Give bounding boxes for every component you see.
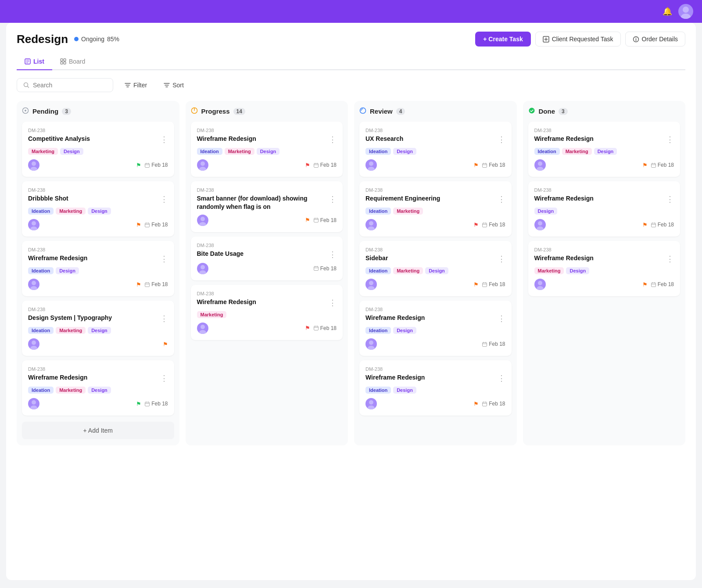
task-card[interactable]: DM-238 Bite Date Usage ⋮ Feb 18	[191, 237, 343, 280]
flag-icon: ⚑	[163, 341, 168, 348]
tab-board[interactable]: Board	[52, 54, 93, 70]
task-card[interactable]: DM-238 Competitive Analysis ⋮ MarketingD…	[22, 122, 174, 177]
tag-marketing: Marketing	[56, 327, 86, 334]
card-id: DM-238	[28, 128, 168, 133]
tag-design: Design	[393, 387, 416, 394]
card-menu-button[interactable]: ⋮	[495, 314, 505, 323]
card-title: Wireframe Redesign	[365, 373, 495, 382]
svg-point-0	[683, 7, 689, 13]
svg-point-50	[368, 346, 375, 350]
client-requested-label: Client Requested Task	[552, 36, 613, 43]
task-card[interactable]: DM-238 Dribbble Shot ⋮ IdeationMarketing…	[22, 181, 174, 237]
svg-point-18	[32, 281, 36, 285]
card-title: Bite Date Usage	[197, 250, 326, 258]
card-menu-button[interactable]: ⋮	[158, 314, 168, 323]
svg-point-62	[538, 281, 542, 285]
card-id: DM-238	[197, 243, 337, 248]
card-menu-button[interactable]: ⋮	[326, 194, 337, 204]
card-title: Sidebar	[365, 254, 495, 262]
bell-icon[interactable]: 🔔	[663, 7, 672, 16]
order-details-button[interactable]: Order Details	[625, 32, 685, 47]
card-footer: ⚑ Feb 18	[197, 159, 337, 171]
task-card[interactable]: DM-238 Design System | Typography ⋮ Idea…	[22, 301, 174, 356]
tag-design: Design	[594, 148, 617, 155]
card-menu-button[interactable]: ⋮	[158, 254, 168, 264]
card-menu-button[interactable]: ⋮	[326, 298, 337, 308]
task-card[interactable]: DM-238 Wireframe Redesign ⋮ Marketing ⚑ …	[191, 285, 343, 340]
column-header-review: Review4	[359, 107, 512, 115]
card-menu-button[interactable]: ⋮	[495, 194, 505, 204]
card-id: DM-238	[197, 128, 337, 133]
task-card[interactable]: DM-238 Wireframe Redesign ⋮ Design ⚑ Feb…	[528, 181, 681, 237]
svg-point-33	[201, 265, 205, 269]
svg-point-49	[369, 341, 373, 345]
svg-point-28	[199, 167, 206, 171]
card-id: DM-238	[28, 187, 168, 193]
card-id: DM-238	[28, 366, 168, 372]
card-tags: IdeationMarketingDesign	[534, 148, 674, 155]
add-item-button[interactable]: + Add Item	[22, 422, 174, 439]
card-menu-button[interactable]: ⋮	[495, 135, 505, 144]
avatar	[365, 279, 377, 290]
search-input[interactable]	[33, 82, 103, 89]
card-footer: ⚑	[28, 338, 168, 350]
filter-button[interactable]: Filter	[119, 79, 152, 92]
user-avatar[interactable]	[678, 4, 693, 19]
svg-point-36	[201, 325, 205, 329]
card-meta: ⚑ Feb 18	[642, 281, 674, 288]
tag-design: Design	[56, 267, 79, 274]
svg-point-31	[199, 222, 206, 226]
sort-button[interactable]: Sort	[158, 79, 189, 92]
avatar	[28, 398, 39, 409]
svg-point-13	[30, 167, 37, 171]
card-tags: IdeationMarketing	[365, 208, 505, 215]
card-tags: IdeationDesign	[365, 148, 505, 155]
column-review: Review4 DM-238 UX Research ⋮ IdeationDes…	[354, 101, 517, 445]
client-requested-button[interactable]: Client Requested Task	[535, 32, 621, 47]
card-menu-button[interactable]: ⋮	[158, 135, 168, 144]
svg-point-40	[369, 161, 373, 166]
flag-icon: ⚑	[473, 281, 479, 288]
card-id: DM-238	[197, 187, 337, 193]
card-menu-button[interactable]: ⋮	[495, 373, 505, 383]
svg-point-46	[369, 281, 373, 285]
card-menu-button[interactable]: ⋮	[663, 194, 674, 204]
tag-ideation: Ideation	[28, 267, 54, 274]
task-card[interactable]: DM-238 Sidebar ⋮ IdeationMarketingDesign…	[359, 241, 512, 296]
card-menu-button[interactable]: ⋮	[495, 254, 505, 264]
status-label: Ongoing	[81, 36, 104, 43]
card-menu-button[interactable]: ⋮	[326, 250, 337, 259]
card-menu-button[interactable]: ⋮	[326, 135, 337, 144]
card-footer: ⚑ Feb 18	[197, 323, 337, 334]
card-meta: ⚑ Feb 18	[305, 325, 337, 331]
task-card[interactable]: DM-238 Wireframe Redesign ⋮ IdeationMark…	[22, 360, 174, 416]
flag-icon: ⚑	[305, 162, 310, 169]
tag-design: Design	[88, 327, 111, 334]
card-footer: ⚑ Feb 18	[28, 398, 168, 409]
task-card[interactable]: DM-238 Wireframe Redesign ⋮ IdeationDesi…	[22, 241, 174, 296]
task-card[interactable]: DM-238 Wireframe Redesign ⋮ IdeationMark…	[528, 122, 681, 177]
task-card[interactable]: DM-238 UX Research ⋮ IdeationDesign ⚑ Fe…	[359, 122, 512, 177]
card-menu-button[interactable]: ⋮	[663, 135, 674, 144]
create-task-button[interactable]: + Create Task	[475, 32, 530, 47]
task-card[interactable]: DM-238 Wireframe Redesign ⋮ MarketingDes…	[528, 241, 681, 296]
task-card[interactable]: DM-238 Smart banner (for download) showi…	[191, 181, 343, 232]
avatar	[534, 159, 546, 171]
task-card[interactable]: DM-238 Wireframe Redesign ⋮ IdeationDesi…	[359, 301, 512, 356]
avatar	[534, 279, 546, 290]
search-box[interactable]	[17, 78, 113, 92]
card-menu-button[interactable]: ⋮	[158, 194, 168, 204]
task-card[interactable]: DM-238 Wireframe Redesign ⋮ IdeationMark…	[191, 122, 343, 177]
tag-ideation: Ideation	[28, 327, 54, 334]
svg-rect-38	[314, 326, 318, 330]
tag-marketing: Marketing	[534, 267, 564, 274]
tab-list[interactable]: List	[17, 54, 52, 70]
card-title: Wireframe Redesign	[28, 373, 158, 382]
card-title: Design System | Typography	[28, 314, 158, 322]
tag-design: Design	[566, 267, 589, 274]
card-menu-button[interactable]: ⋮	[158, 373, 168, 383]
task-card[interactable]: DM-238 Wireframe Redesign ⋮ IdeationDesi…	[359, 360, 512, 416]
task-card[interactable]: DM-238 Requirement Engineering ⋮ Ideatio…	[359, 181, 512, 237]
card-footer: ⚑ Feb 18	[365, 279, 505, 290]
card-menu-button[interactable]: ⋮	[663, 254, 674, 264]
